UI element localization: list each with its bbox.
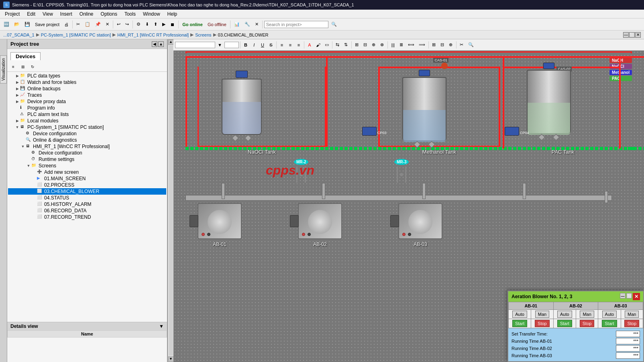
ab02-start-button[interactable]: Start [557,320,572,327]
menu-insert[interactable]: Insert [57,10,75,18]
ab01-start-button[interactable]: Start [512,320,527,327]
popup-restore-button[interactable]: ⬜ [626,293,632,299]
tree-item-runtime-settings[interactable]: ⏱ Runtime settings [8,156,166,163]
tree-item-screens[interactable]: ▼ 📁 Screens [8,163,166,169]
monitor-button[interactable]: 📊 [232,20,242,28]
download-button[interactable]: ⬇ [143,20,151,28]
align-center-button[interactable]: ≡ [286,42,294,48]
format-extra-5[interactable]: ||| [389,42,397,48]
open-project-button[interactable]: 📂 [12,20,22,28]
zoom-button[interactable]: 🔍 [466,41,476,48]
format-extra-1[interactable]: ⊞ [353,41,361,48]
ab03-running-time-input[interactable] [616,352,640,359]
font-color-button[interactable]: A [306,42,314,48]
ab01-running-time-input[interactable] [616,338,640,344]
align-right-button[interactable]: ≡ [295,42,303,48]
bold-button[interactable]: B [242,42,250,48]
format-extra-2[interactable]: ⊟ [361,41,369,48]
vis-tab-visualization[interactable]: Visualization [0,55,7,83]
cut-button[interactable]: ✂ [74,20,82,28]
paste-button[interactable]: 📌 [93,20,103,28]
tree-item-device-config-1[interactable]: ⚙ Device configuration [8,130,166,137]
format-extra-6[interactable]: ≣ [397,41,406,48]
menu-project[interactable]: Project [2,10,23,18]
menu-help[interactable]: Help [164,10,181,18]
tree-item-main-screen[interactable]: ▶ 01.MAIN_SCREEN [8,175,166,182]
strikethrough-button[interactable]: S [267,42,275,48]
scroll-up-button[interactable]: ▲ [168,39,174,45]
ab02-running-time-input[interactable] [616,345,640,352]
menu-online[interactable]: Online [76,10,97,18]
compile-button[interactable]: ⚙ [135,20,143,28]
tree-item-online-backups[interactable]: ▶ 💾 Online backups [8,85,166,92]
ab01-man-button[interactable]: Man [535,311,549,318]
italic-button[interactable]: I [250,42,258,48]
tree-view-detail-button[interactable]: ⊞ [18,63,27,71]
search-button[interactable]: 🔍 [329,20,339,28]
text-horizontal-button[interactable]: ⇆ [334,41,342,48]
tree-item-program-info[interactable]: ℹ Program info [8,105,166,111]
format-extra-11[interactable]: ⊕ [447,41,455,48]
breadcrumb-item-3[interactable]: HMI_RT_1 [WinCC RT Professional] [117,33,189,37]
scroll-down-button[interactable]: ▼ [168,356,174,362]
start-button[interactable]: ▶ [160,20,167,28]
go-online-button[interactable]: Go online [180,21,205,28]
tree-refresh-button[interactable]: ↻ [28,63,37,71]
font-size-input[interactable] [224,42,239,48]
format-extra-9[interactable]: ⊞ [430,41,438,48]
copy-button[interactable]: 📋 [83,20,92,28]
save-project-label[interactable]: Save project [33,21,61,28]
ab02-man-button[interactable]: Man [580,311,594,318]
tree-item-pc-system[interactable]: ▼ 🖥 PC-System_1 [SIMATIC PC station] [8,124,166,130]
set-transfer-input[interactable] [616,331,640,337]
menu-tools[interactable]: Tools [121,10,139,18]
popup-minimize-button[interactable]: — [620,293,626,299]
force-button[interactable]: 🔧 [243,20,252,28]
upload-button[interactable]: ⬆ [152,20,159,28]
format-extra-10[interactable]: ⊟ [438,41,446,48]
clear-button[interactable]: ✕ [253,20,261,28]
ab03-start-button[interactable]: Start [602,320,617,327]
search-input[interactable] [264,21,328,28]
ab03-stop-button[interactable]: Stop [624,320,639,327]
devices-tab[interactable]: Devices [10,52,41,60]
align-left-button[interactable]: ≡ [278,42,286,48]
scissors-button[interactable]: ✂ [458,41,466,48]
menu-edit[interactable]: Edit [24,10,39,18]
tree-item-plc-data-types[interactable]: ▶ 📁 PLC data types [8,73,166,79]
go-offline-button[interactable]: Go offline [206,21,228,28]
ab03-auto-button[interactable]: Auto [602,311,617,318]
tree-item-device-config-2[interactable]: ⚙ Device configuration [8,150,166,156]
tree-item-plc-alarm-text[interactable]: ⚠ PLC alarm text lists [8,111,166,118]
popup-close-button[interactable]: ✕ [633,293,640,300]
underline-button[interactable]: U [259,42,267,48]
ab01-auto-button[interactable]: Auto [512,311,527,318]
menu-options[interactable]: Options [98,10,120,18]
font-family-input[interactable] [175,42,215,48]
tree-item-record-data[interactable]: ⬜ 06.RECORD_DATA [8,207,166,214]
minimize-button[interactable]: — [623,32,629,38]
stop-button[interactable]: ⏹ [168,21,177,28]
tree-item-hmi-rt[interactable]: ▼ 🖥 HMI_RT_1 [WnCC RT Professional] [8,143,166,150]
details-header[interactable]: Details view ▼ [7,322,167,330]
tree-item-watch-force[interactable]: ▶ 📋 Watch and force tables [8,79,166,85]
undo-button[interactable]: ↩ [115,20,122,28]
breadcrumb-item-4[interactable]: Screens [195,33,211,37]
menu-window[interactable]: Window [140,10,163,18]
tree-item-history-alarm[interactable]: ⬜ 05.HISTORY_ALARM [8,201,166,207]
restore-button[interactable]: ⬜ [629,32,635,38]
breadcrumb-item-2[interactable]: PC-System_1 [SIMATIC PC station] [41,33,111,37]
tree-item-device-proxy[interactable]: ▶ 📁 Device proxy data [8,98,166,105]
tree-item-add-screen[interactable]: ➕ Add new screen [8,169,166,175]
save-project-button[interactable]: 💾 [22,20,32,28]
format-extra-4[interactable]: ⊗ [378,41,386,48]
tree-item-status[interactable]: ⬜ 04.STATUS [8,195,166,201]
tree-item-traces[interactable]: ▶ 📈 Traces [8,92,166,98]
left-panel-scrollbar[interactable]: ▲ ▼ [168,39,173,362]
format-extra-7[interactable]: ⟺ [406,41,416,48]
ab01-stop-button[interactable]: Stop [535,320,550,327]
ab02-auto-button[interactable]: Auto [557,311,572,318]
print-button[interactable]: 🖨 [62,21,71,28]
format-extra-3[interactable]: ⊕ [370,41,378,48]
breadcrumb-item-1[interactable]: ...07_SCADA_1 [3,33,35,37]
